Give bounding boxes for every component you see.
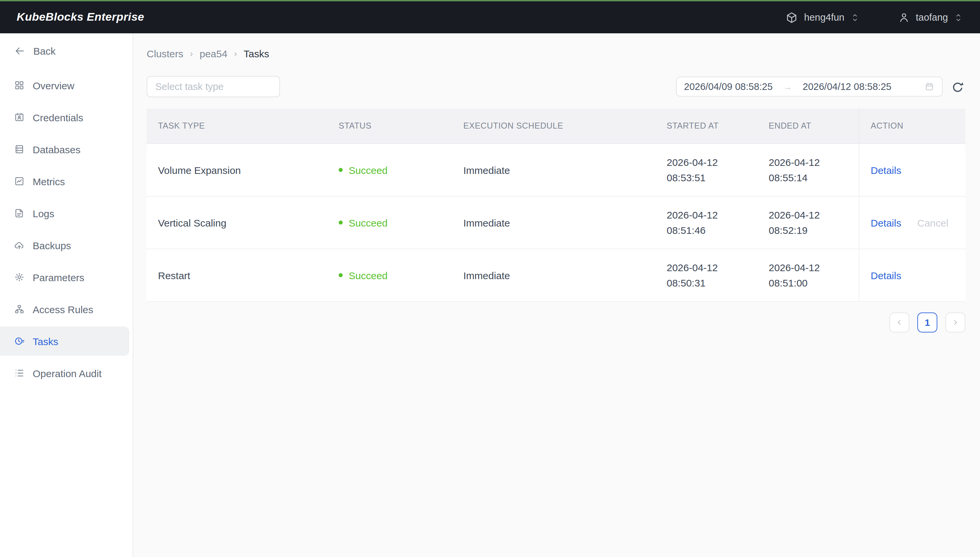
chevron-right-icon	[951, 318, 959, 326]
cancel-link[interactable]: Cancel	[917, 217, 948, 228]
action-cell: Details	[859, 249, 965, 301]
list-icon	[14, 368, 24, 378]
pagination: 1	[147, 313, 965, 332]
tasks-table: TASK TYPE STATUS EXECUTION SCHEDULE STAR…	[147, 109, 965, 302]
date-start: 2026/04/09 08:58:25	[684, 81, 773, 92]
sidebar-item-credentials[interactable]: Credentials	[0, 103, 133, 132]
ended-at-cell: 2026-04-12 08:52:19	[757, 207, 859, 238]
sidebar-item-label: Credentials	[33, 112, 83, 123]
ended-date: 2026-04-12	[769, 260, 859, 275]
sidebar-item-label: Parameters	[33, 272, 84, 283]
sidebar-item-label: Tasks	[33, 336, 58, 347]
status-dot-icon	[339, 273, 342, 277]
breadcrumb: Clusters › pea54 › Tasks	[147, 45, 965, 61]
sidebar-item-label: Operation Audit	[33, 368, 102, 379]
status-dot-icon	[339, 220, 342, 225]
details-link[interactable]: Details	[871, 217, 901, 228]
back-button[interactable]: Back	[0, 36, 133, 65]
status-label: Succeed	[349, 164, 388, 176]
back-label: Back	[33, 45, 55, 56]
chevron-left-icon	[895, 318, 903, 326]
id-card-icon	[14, 112, 24, 122]
schedule-cell: Immediate	[452, 217, 656, 228]
cloud-upload-icon	[14, 240, 24, 251]
page: KubeBlocks Enterprise heng4fun taofang	[0, 0, 980, 557]
started-date: 2026-04-12	[667, 207, 757, 223]
user-name: taofang	[916, 12, 948, 23]
file-icon	[14, 208, 24, 218]
arrow-left-icon	[14, 45, 25, 56]
sidebar-item-label: Logs	[33, 208, 54, 219]
sidebar-item-label: Access Rules	[33, 303, 93, 315]
topbar-right: heng4fun taofang	[785, 11, 963, 24]
sidebar-item-label: Overview	[33, 80, 74, 91]
user-icon	[898, 11, 910, 23]
sidebar-item-backups[interactable]: Backups	[0, 231, 133, 260]
started-date: 2026-04-12	[667, 155, 757, 170]
status-dot-icon	[339, 168, 342, 172]
sidebar-item-label: Databases	[33, 143, 80, 155]
user-menu[interactable]: taofang	[898, 11, 963, 23]
sidebar-item-metrics[interactable]: Metrics	[0, 166, 133, 196]
details-link[interactable]: Details	[871, 164, 901, 176]
started-time: 08:51:46	[667, 223, 757, 238]
task-type-cell: Volume Expansion	[147, 164, 327, 176]
cube-icon	[785, 11, 798, 24]
chart-line-icon	[14, 176, 24, 187]
sidebar-item-access-rules[interactable]: Access Rules	[0, 295, 133, 324]
col-header-status: STATUS	[327, 121, 452, 130]
col-header-execution-schedule: EXECUTION SCHEDULE	[452, 121, 656, 130]
gear-icon	[14, 272, 24, 282]
sidebar: Back Overview Credentials Databases Metr	[0, 33, 133, 557]
col-header-action: ACTION	[859, 109, 965, 143]
task-type-cell: Restart	[147, 269, 327, 281]
sidebar-item-logs[interactable]: Logs	[0, 199, 133, 228]
page-number-button[interactable]: 1	[917, 313, 938, 332]
started-time: 08:50:31	[667, 275, 757, 290]
sidebar-item-databases[interactable]: Databases	[0, 135, 133, 164]
schedule-cell: Immediate	[452, 269, 656, 281]
breadcrumb-current: Tasks	[244, 48, 269, 59]
main-content: Clusters › pea54 › Tasks 2026/04/09 08:5…	[133, 33, 980, 557]
sidebar-item-label: Metrics	[33, 176, 65, 187]
workspace-name: heng4fun	[804, 12, 844, 23]
ended-at-cell: 2026-04-12 08:51:00	[757, 260, 859, 290]
sidebar-item-label: Backups	[33, 239, 71, 251]
sidebar-item-parameters[interactable]: Parameters	[0, 262, 133, 292]
ended-date: 2026-04-12	[769, 207, 859, 223]
col-header-ended-at: ENDED AT	[757, 121, 859, 130]
status-label: Succeed	[349, 217, 388, 228]
sidebar-item-overview[interactable]: Overview	[0, 71, 133, 100]
workspace-selector[interactable]: heng4fun	[785, 11, 859, 24]
task-type-select[interactable]	[147, 76, 280, 97]
started-at-cell: 2026-04-12 08:51:46	[656, 207, 757, 238]
action-cell: Details Cancel	[859, 197, 965, 249]
table-header: TASK TYPE STATUS EXECUTION SCHEDULE STAR…	[147, 109, 965, 144]
app-logo[interactable]: KubeBlocks Enterprise	[17, 11, 144, 24]
details-link[interactable]: Details	[871, 269, 901, 281]
grid-icon	[14, 80, 24, 91]
sidebar-item-operation-audit[interactable]: Operation Audit	[0, 358, 133, 388]
table-row: Volume Expansion Succeed Immediate 2026-…	[147, 144, 965, 197]
sitemap-icon	[14, 304, 24, 314]
next-page-button[interactable]	[945, 313, 965, 332]
breadcrumb-clusters[interactable]: Clusters	[147, 48, 183, 59]
status-cell: Succeed	[327, 217, 452, 228]
ended-time: 08:51:00	[769, 275, 859, 290]
action-cell: Details	[859, 144, 965, 196]
chevron-right-icon: ›	[234, 48, 237, 58]
date-end: 2026/04/12 08:58:25	[803, 81, 891, 92]
ended-time: 08:55:14	[769, 170, 859, 185]
breadcrumb-cluster-name[interactable]: pea54	[200, 48, 227, 59]
chevron-up-down-icon	[850, 11, 859, 23]
refresh-button[interactable]	[949, 79, 965, 94]
col-header-started-at: STARTED AT	[656, 121, 757, 130]
ended-date: 2026-04-12	[769, 155, 859, 170]
arrow-right-icon: →	[783, 81, 792, 91]
sidebar-item-tasks[interactable]: Tasks	[0, 326, 129, 356]
refresh-icon	[950, 80, 964, 94]
filter-row: 2026/04/09 08:58:25 → 2026/04/12 08:58:2…	[147, 76, 965, 97]
prev-page-button[interactable]	[889, 313, 909, 332]
date-range-picker[interactable]: 2026/04/09 08:58:25 → 2026/04/12 08:58:2…	[676, 77, 942, 97]
chevron-right-icon: ›	[190, 48, 193, 58]
